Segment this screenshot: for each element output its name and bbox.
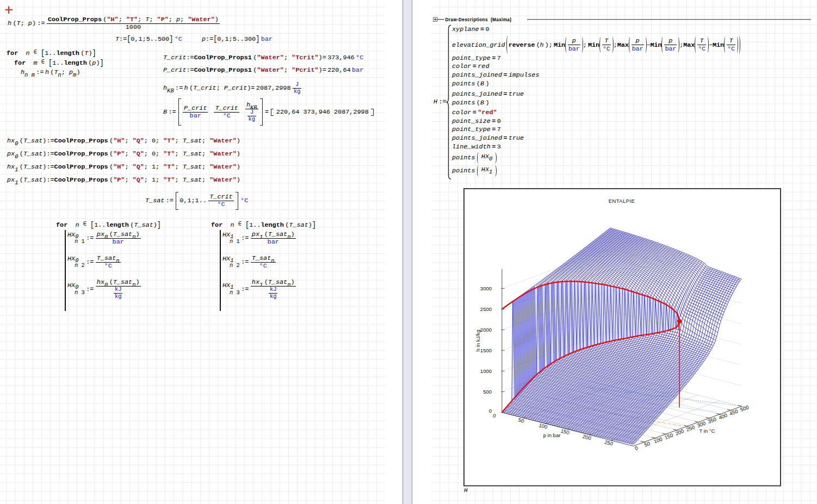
svg-text:p in bar: p in bar <box>543 432 560 438</box>
svg-text:Draw-Descriptions (Maxima): Draw-Descriptions (Maxima) <box>445 17 512 22</box>
svg-text:2500: 2500 <box>480 306 491 312</box>
svg-text:2000: 2000 <box>480 326 491 332</box>
svg-text:0: 0 <box>488 407 491 413</box>
svg-text:3000: 3000 <box>480 285 491 291</box>
svg-text:h in kJ/kg: h in kJ/kg <box>474 329 480 351</box>
svg-text:T in °C: T in °C <box>699 427 715 433</box>
svg-text:ENTALPIE: ENTALPIE <box>608 198 634 204</box>
svg-text:1500: 1500 <box>480 347 491 353</box>
svg-text:500: 500 <box>483 388 492 394</box>
svg-text:1000: 1000 <box>480 368 491 374</box>
